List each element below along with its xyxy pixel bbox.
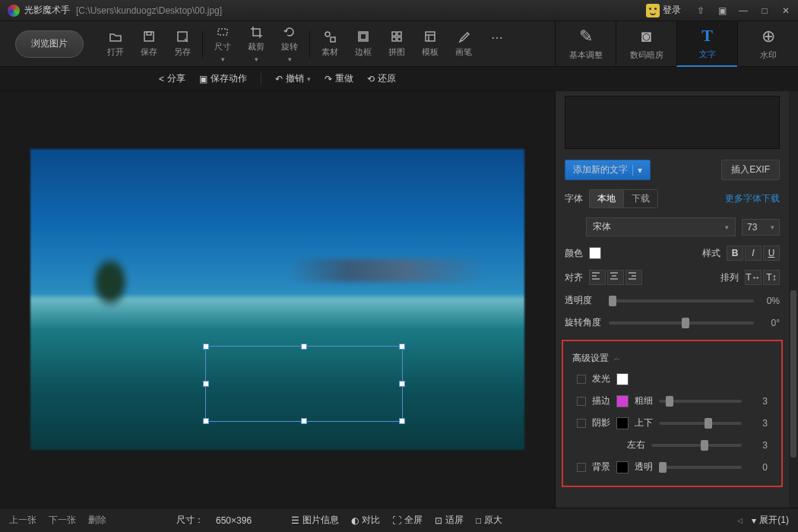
tool-open[interactable]: 打开 <box>99 25 132 63</box>
color-swatch[interactable] <box>589 247 601 259</box>
stroke-slider[interactable] <box>659 400 742 403</box>
close-button[interactable]: ✕ <box>777 3 795 18</box>
svg-rect-9 <box>397 32 401 36</box>
font-family-select[interactable]: 宋体▾ <box>586 217 736 236</box>
expand-button[interactable]: ▾展开(1) <box>752 514 789 527</box>
handle-w[interactable] <box>203 381 209 387</box>
minimize-button[interactable]: — <box>734 3 752 18</box>
rotate-label: 旋转角度 <box>565 316 603 329</box>
scroll-thumb[interactable] <box>790 290 796 458</box>
compare-button[interactable]: ◐对比 <box>351 514 380 527</box>
next-image-button[interactable]: 下一张 <box>49 514 76 527</box>
shadow-checkbox[interactable] <box>577 419 586 428</box>
color-label: 颜色 <box>565 247 583 260</box>
glow-checkbox[interactable] <box>577 375 586 384</box>
align-left-button[interactable] <box>589 270 606 285</box>
shadow-color-swatch[interactable] <box>616 417 629 429</box>
stroke-color-swatch[interactable] <box>616 395 629 407</box>
rotate-value: 0° <box>760 318 780 328</box>
text-selection-box[interactable] <box>205 346 403 422</box>
handle-ne[interactable] <box>399 344 405 350</box>
handle-n[interactable] <box>301 344 307 350</box>
tool-border[interactable]: 边框 <box>347 25 380 63</box>
save-action-button[interactable]: ▣保存动作 <box>199 72 247 85</box>
bg-slider[interactable] <box>659 466 742 469</box>
tool-brush[interactable]: 画笔 <box>447 25 480 63</box>
handle-s[interactable] <box>301 418 307 424</box>
tool-save-as[interactable]: 另存 <box>166 25 199 63</box>
fit-button[interactable]: ⊡适屏 <box>435 514 464 527</box>
template-icon <box>423 30 437 43</box>
tool-template[interactable]: 模板 <box>413 25 447 63</box>
tab-watermark[interactable]: ⊕水印 <box>737 21 798 67</box>
bg-color-swatch[interactable] <box>616 461 629 473</box>
bold-button[interactable]: B <box>727 245 743 261</box>
fullscreen-button[interactable]: ⛶全屏 <box>392 514 423 527</box>
canvas-pane[interactable] <box>0 91 555 508</box>
browse-images-button[interactable]: 浏览图片 <box>15 30 84 58</box>
font-size-select[interactable]: 73▾ <box>742 219 780 236</box>
align-center-button[interactable] <box>607 270 624 285</box>
restore-button[interactable]: ⟲还原 <box>367 72 396 85</box>
tab-basic[interactable]: ✎基本调整 <box>555 21 616 67</box>
insert-exif-button[interactable]: 插入EXIF <box>721 160 780 180</box>
font-download-tab[interactable]: 下载 <box>624 190 657 207</box>
style-label: 样式 <box>702 247 720 260</box>
chevron-left-icon[interactable]: ◁ <box>737 517 743 524</box>
tool-material[interactable]: 素材 <box>313 25 347 63</box>
tab-darkroom[interactable]: ◙数码暗房 <box>616 21 676 67</box>
arrange-vertical-button[interactable]: T↕ <box>763 270 780 285</box>
stroke-label: 描边 <box>592 394 610 407</box>
tool-collage[interactable]: 拼图 <box>380 25 413 63</box>
glow-label: 发光 <box>592 372 610 385</box>
handle-sw[interactable] <box>203 418 209 424</box>
tool-rotate[interactable]: 旋转▾ <box>273 25 306 63</box>
restore-icon: ⟲ <box>367 74 375 84</box>
delete-button[interactable]: 删除 <box>88 514 106 527</box>
handle-nw[interactable] <box>203 344 209 350</box>
handle-se[interactable] <box>399 418 405 424</box>
login-avatar-icon[interactable] <box>646 4 660 17</box>
tool-more[interactable]: ⋯... <box>480 25 514 63</box>
tab-text[interactable]: T文字 <box>676 21 737 67</box>
tool-crop[interactable]: 裁剪▾ <box>239 25 273 63</box>
pin-button[interactable]: ⇧ <box>692 3 710 18</box>
undo-button[interactable]: ↶撤销▾ <box>275 72 311 85</box>
actual-button[interactable]: □原大 <box>476 514 502 527</box>
panel-scrollbar[interactable] <box>789 91 798 508</box>
underline-button[interactable]: U <box>763 245 780 261</box>
image-info-button[interactable]: ☰图片信息 <box>291 514 339 527</box>
stroke-checkbox[interactable] <box>577 397 586 406</box>
handle-e[interactable] <box>399 381 405 387</box>
right-tabs: ✎基本调整 ◙数码暗房 T文字 ⊕水印 <box>555 21 798 67</box>
rotate-slider[interactable] <box>609 321 754 325</box>
add-text-button[interactable]: 添加新的文字▾ <box>565 160 651 180</box>
size-label: 尺寸： <box>176 514 204 527</box>
maximize-button[interactable]: □ <box>755 3 774 18</box>
shadow-h-value: 3 <box>748 440 768 451</box>
tool-size[interactable]: 尺寸▾ <box>206 25 239 63</box>
tool-save[interactable]: 保存 <box>132 25 166 63</box>
redo-button[interactable]: ↷重做 <box>325 72 353 85</box>
share-button[interactable]: <分享 <box>159 72 185 85</box>
align-right-button[interactable] <box>625 270 642 285</box>
fullscreen-icon: ⛶ <box>392 515 401 526</box>
shadow-h-slider[interactable] <box>651 444 742 447</box>
skin-button[interactable]: ▣ <box>713 3 731 18</box>
advanced-toggle[interactable]: 高级设置︿ <box>568 349 777 368</box>
prev-image-button[interactable]: 上一张 <box>9 514 36 527</box>
arrange-horizontal-button[interactable]: T↔ <box>745 270 762 285</box>
font-label: 字体 <box>565 192 583 205</box>
italic-button[interactable]: I <box>745 245 762 261</box>
bg-checkbox[interactable] <box>577 463 586 472</box>
basic-icon: ✎ <box>579 27 593 46</box>
text-panel: 添加新的文字▾ 插入EXIF 字体 本地 下载 更多字体下载 宋体▾ 73▾ 颜… <box>555 91 798 508</box>
shadow-v-slider[interactable] <box>659 422 742 425</box>
login-label[interactable]: 登录 <box>663 4 681 17</box>
fit-icon: ⊡ <box>435 515 442 526</box>
font-local-tab[interactable]: 本地 <box>590 190 624 207</box>
save-action-icon: ▣ <box>199 74 207 84</box>
opacity-slider[interactable] <box>609 299 754 302</box>
glow-color-swatch[interactable] <box>616 373 629 385</box>
more-fonts-link[interactable]: 更多字体下载 <box>725 192 780 205</box>
